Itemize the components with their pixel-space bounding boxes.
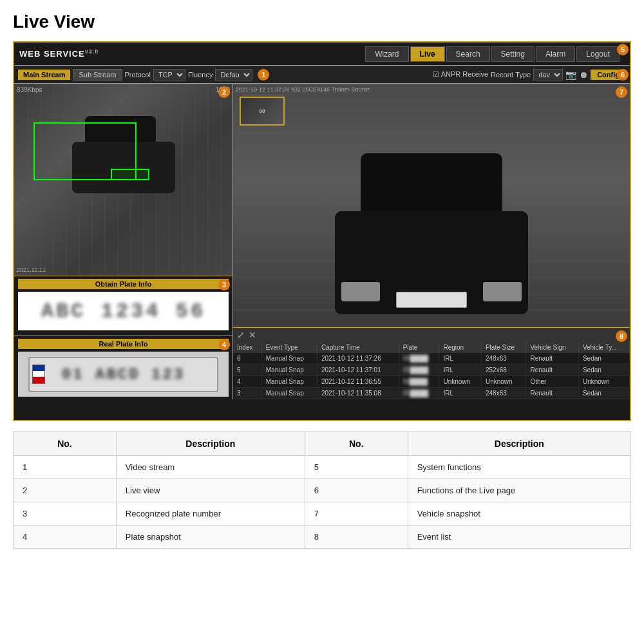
car-right-headlight-left: [341, 282, 380, 301]
screenshot-container: WEB SERVICEv3.0 Wizard Live Search Setti…: [13, 41, 631, 421]
desc-no1: 3: [14, 502, 117, 526]
badge-1: 1: [258, 69, 269, 80]
car-right-silhouette: [322, 147, 541, 314]
tab-wizard[interactable]: Wizard: [365, 46, 408, 62]
cell-vehicle-type: Unknown: [578, 376, 629, 388]
cell-index: 5: [233, 365, 261, 376]
desc-no1: 2: [14, 479, 117, 502]
desc-text1: Live view: [116, 479, 305, 502]
table-row[interactable]: 5 Manual Snap 2021-10-12 11:37:01 05████…: [233, 365, 630, 376]
thumbnail-inner: 08: [241, 98, 283, 124]
real-plate-section: Real Plate Info 01 ABCD 123 4: [14, 336, 232, 399]
left-camera-background: 839Kbps 1920 2021.12.11: [14, 84, 232, 276]
right-panel: 08 2021-10-12 11:37:26.932 05CE9148 Trai…: [233, 84, 630, 399]
fluency-select[interactable]: Defau: [215, 69, 252, 80]
cell-plate-size: 248x63: [481, 353, 526, 365]
left-camera-view: 839Kbps 1920 2021.12.11 2: [14, 84, 232, 276]
tab-logout[interactable]: Logout: [576, 46, 620, 62]
car-right-plate: [396, 292, 467, 308]
record-icon[interactable]: ⏺: [579, 70, 588, 80]
protocol-select[interactable]: TCP: [153, 69, 185, 80]
cell-plate: 05████: [399, 365, 439, 376]
cell-vehicle-sign: Other: [526, 376, 578, 388]
event-list-section: ⤢ ✕ 8 Index Event Type Capture Time Plat…: [233, 327, 630, 399]
desc-text2: Functions of the Live page: [408, 479, 630, 502]
event-list-controls: ⤢ ✕: [233, 328, 630, 342]
tab-live[interactable]: Live: [410, 46, 445, 62]
vehicle-detection-box: [33, 122, 137, 180]
badge-6: 6: [617, 69, 629, 80]
col-region: Region: [439, 342, 482, 353]
cell-vehicle-type: Sedan: [578, 365, 629, 376]
record-label: Record Type: [491, 71, 531, 79]
anpr-label: ☑ ANPR Receive: [433, 70, 488, 79]
cell-vehicle-type: Sedan: [578, 353, 629, 365]
webservice-logo: WEB SERVICEv3.0: [19, 48, 99, 59]
camera-date: 2021.12.11: [17, 267, 46, 273]
right-camera-timestamp: 2021-10-12 11:37:26.932 05CE9148 Trainer…: [236, 86, 371, 93]
right-camera-view: 08 2021-10-12 11:37:26.932 05CE9148 Trai…: [233, 84, 630, 327]
obtain-plate-section: Obtain Plate Info ABC 1234 56 3: [14, 276, 232, 336]
cell-plate: 05████: [399, 353, 439, 365]
plate-thumbnail: 08: [240, 97, 285, 126]
badge-7: 7: [616, 86, 627, 98]
camera-icon[interactable]: 📷: [565, 70, 576, 80]
desc-no2: 7: [305, 502, 408, 526]
table-row[interactable]: 6 Manual Snap 2021-10-12 11:37:26 05████…: [233, 353, 630, 365]
main-stream-button[interactable]: Main Stream: [18, 70, 70, 80]
cell-event-type: Manual Snap: [261, 376, 317, 388]
cell-capture-time: 2021-10-12 11:37:01: [317, 365, 399, 376]
table-row[interactable]: 3 Manual Snap 2021-10-12 11:35:08 05████…: [233, 388, 630, 399]
obtain-plate-title: Obtain Plate Info: [18, 279, 229, 289]
desc-text2: Vehicle snapshot: [408, 502, 630, 526]
desc-text2: System functions: [408, 456, 630, 479]
cell-vehicle-sign: Renault: [526, 365, 578, 376]
sub-stream-button[interactable]: Sub Stream: [73, 69, 122, 80]
expand-icon[interactable]: ⤢: [237, 330, 245, 340]
main-content-area: 839Kbps 1920 2021.12.11 2 Obtain Plate I…: [14, 84, 630, 399]
col-capture-time: Capture Time: [317, 342, 399, 353]
cell-plate-size: Unknown: [481, 376, 526, 388]
stream-controls-bar: Main Stream Sub Stream Protocol TCP Flue…: [14, 66, 630, 84]
desc-text1: Plate snapshot: [116, 526, 305, 549]
table-row[interactable]: 4 Manual Snap 2021-10-12 11:36:55 NI████…: [233, 376, 630, 388]
badge-4: 4: [218, 339, 230, 350]
cell-event-type: Manual Snap: [261, 365, 317, 376]
cell-event-type: Manual Snap: [261, 388, 317, 399]
close-icon[interactable]: ✕: [249, 330, 256, 340]
desc-no2: 8: [305, 526, 408, 549]
page-title: Live View: [13, 12, 631, 32]
cell-vehicle-sign: Renault: [526, 388, 578, 399]
header-desc2: Description: [408, 432, 630, 456]
tab-setting[interactable]: Setting: [491, 46, 535, 62]
tab-alarm[interactable]: Alarm: [536, 46, 575, 62]
desc-row: 4 Plate snapshot 8 Event list: [14, 526, 631, 549]
badge-3: 3: [218, 279, 230, 290]
nav-tabs: Wizard Live Search Setting Alarm Logout: [365, 46, 620, 62]
col-event-type: Event Type: [261, 342, 317, 353]
cell-index: 3: [233, 388, 261, 399]
header-no1: No.: [14, 432, 117, 456]
cell-plate: 05████: [399, 388, 439, 399]
cell-region: IRL: [439, 388, 482, 399]
cell-index: 4: [233, 376, 261, 388]
desc-text1: Recognized plate number: [116, 502, 305, 526]
tab-search[interactable]: Search: [446, 46, 490, 62]
desc-no2: 6: [305, 479, 408, 502]
cell-capture-time: 2021-10-12 11:36:55: [317, 376, 399, 388]
event-table: Index Event Type Capture Time Plate Regi…: [233, 342, 630, 399]
desc-no1: 1: [14, 456, 117, 479]
desc-row: 1 Video stream 5 System functions: [14, 456, 631, 479]
bitrate-info: 839Kbps: [17, 86, 42, 93]
desc-no2: 5: [305, 456, 408, 479]
record-type-select[interactable]: dav: [533, 69, 563, 80]
badge-5: 5: [617, 44, 629, 55]
col-plate-size: Plate Size: [481, 342, 526, 353]
cell-index: 6: [233, 353, 261, 365]
plate-flag: [32, 365, 45, 384]
col-vehicle-type: Vehicle Ty...: [578, 342, 629, 353]
obtain-plate-display: ABC 1234 56: [18, 292, 229, 330]
cell-plate-size: 252x68: [481, 365, 526, 376]
cell-plate: NI████: [399, 376, 439, 388]
right-camera-background: 08 2021-10-12 11:37:26.932 05CE9148 Trai…: [233, 84, 630, 327]
